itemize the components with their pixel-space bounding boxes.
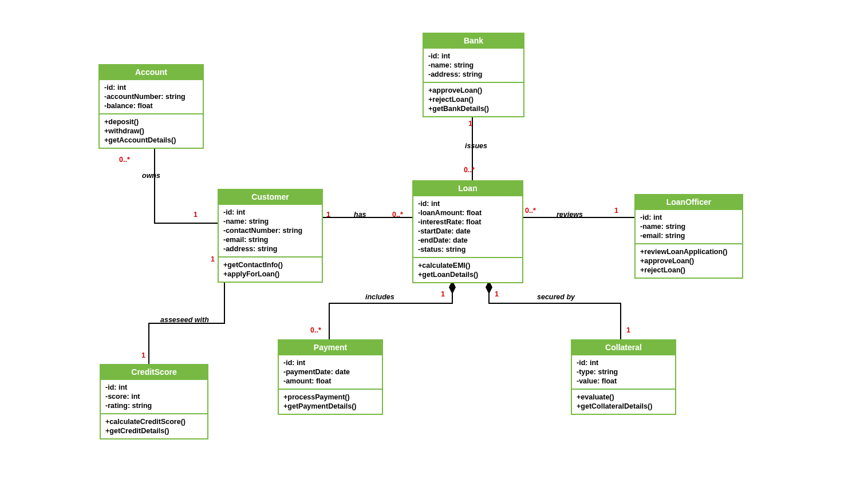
diagram-canvas: owns 0..* 1 has 1 0..* issues 1 0..* rev… [0,0,868,499]
op: +getLoanDetails() [418,271,518,279]
class-payment-attrs: -id: int -paymentDate: date -amount: flo… [279,354,382,389]
class-customer: Customer -id: int -name: string -contact… [218,189,323,283]
rel-has-m2: 0..* [392,211,403,219]
attr: -value: float [577,377,670,385]
rel-secured-m2: 1 [626,326,630,334]
attr: -status: string [418,245,518,254]
rel-secured-m1: 1 [495,290,499,298]
class-payment-ops: +processPayment() +getPaymentDetails() [279,389,382,414]
class-bank-title: Bank [424,34,523,47]
attr: -name: string [428,61,519,69]
rel-reviews-m2: 1 [614,207,618,215]
op: +getContactInfo() [223,261,317,269]
class-loanofficer-title: LoanOfficer [636,195,742,209]
rel-reviews-m1: 0..* [525,207,536,215]
attr: -amount: float [283,377,377,385]
class-payment-title: Payment [279,340,382,354]
rel-issues-label: issues [465,142,487,150]
class-loan-ops: +calculateEMI() +getLoanDetails() [413,257,522,282]
class-loan: Loan -id: int -loanAmount: float -intere… [412,180,523,283]
op: +applyForLoan() [223,270,317,278]
attr: -id: int [428,52,519,60]
attr: -endDate: date [418,236,518,244]
class-collateral: Collateral -id: int -type: string -value… [571,339,676,415]
class-payment: Payment -id: int -paymentDate: date -amo… [278,339,383,415]
attr: -balance: float [104,102,198,110]
attr: -id: int [418,200,518,208]
rel-owns-m2: 1 [194,211,198,219]
line-secured [489,280,621,339]
op: +getCreditDetails() [105,427,203,435]
op: +approveLoan() [640,257,737,265]
attr: -id: int [577,359,670,367]
op: +calculateEMI() [418,262,518,270]
class-loanofficer: LoanOfficer -id: int -name: string -emai… [634,194,743,279]
line-includes [329,280,452,339]
rel-assessed-label: asseseed with [160,316,209,324]
class-loanofficer-attrs: -id: int -name: string -email: string [636,209,742,243]
op: +calculateCreditScore() [105,418,203,426]
class-loanofficer-ops: +reviewLoanApplication() +approveLoan() … [636,243,742,278]
attr: -rating: string [105,402,203,410]
op: +getBankDetails() [428,105,519,113]
op: +withdraw() [104,127,198,135]
class-customer-attrs: -id: int -name: string -contactNumber: s… [219,204,322,256]
attr: -score: int [105,393,203,401]
attr: -paymentDate: date [283,368,377,376]
rel-assessed-m1: 1 [211,255,215,263]
rel-has-label: has [354,211,366,219]
op: +rejectLoan() [428,96,519,104]
class-bank: Bank -id: int -name: string -address: st… [423,33,524,117]
class-creditscore: CreditScore -id: int -score: int -rating… [100,364,208,439]
attr: -name: string [223,217,317,225]
attr: -interestRate: float [418,218,518,226]
rel-assessed-m2: 1 [141,351,145,359]
class-creditscore-ops: +calculateCreditScore() +getCreditDetail… [101,413,207,438]
rel-reviews-label: reviews [557,211,583,219]
op: +getCollateralDetails() [577,402,670,410]
line-owns [155,149,218,223]
class-account-ops: +deposit() +withdraw() +getAccountDetail… [100,113,203,148]
attr: -email: string [640,232,737,240]
attr: -accountNumber: string [104,93,198,101]
class-account-attrs: -id: int -accountNumber: string -balance… [100,79,203,113]
attr: -address: string [223,245,317,253]
op: +rejectLoan() [640,266,737,274]
rel-owns-label: owns [142,172,160,180]
attr: -address: string [428,70,519,78]
op: +getAccountDetails() [104,136,198,144]
op: +approveLoan() [428,86,519,94]
attr: -contactNumber: string [223,227,317,235]
attr: -id: int [104,84,198,92]
class-collateral-ops: +evaluate() +getCollateralDetails() [572,389,675,414]
attr: -loanAmount: float [418,209,518,217]
rel-issues-m1: 1 [468,120,472,128]
op: +evaluate() [577,393,670,401]
class-bank-attrs: -id: int -name: string -address: string [424,47,523,82]
attr: -type: string [577,368,670,376]
rel-secured-label: secured by [537,293,575,301]
class-creditscore-attrs: -id: int -score: int -rating: string [101,379,207,413]
attr: -startDate: date [418,227,518,235]
op: +deposit() [104,118,198,126]
op: +processPayment() [283,393,377,401]
rel-owns-m1: 0..* [119,156,130,164]
class-collateral-title: Collateral [572,340,675,354]
rel-issues-m2: 0..* [464,166,475,174]
attr: -name: string [640,223,737,231]
rel-has-m1: 1 [326,211,330,219]
class-bank-ops: +approveLoan() +rejectLoan() +getBankDet… [424,82,523,116]
class-collateral-attrs: -id: int -type: string -value: float [572,354,675,389]
op: +getPaymentDetails() [283,402,377,410]
class-creditscore-title: CreditScore [101,365,207,379]
rel-includes-m1: 1 [441,290,445,298]
attr: -email: string [223,236,317,244]
rel-includes-m2: 0..* [310,326,321,334]
op: +reviewLoanApplication() [640,248,737,256]
attr: -id: int [223,208,317,216]
rel-includes-label: includes [365,293,394,301]
class-account: Account -id: int -accountNumber: string … [98,64,204,149]
class-loan-attrs: -id: int -loanAmount: float -interestRat… [413,195,522,257]
class-customer-title: Customer [219,190,322,204]
class-account-title: Account [100,65,203,79]
